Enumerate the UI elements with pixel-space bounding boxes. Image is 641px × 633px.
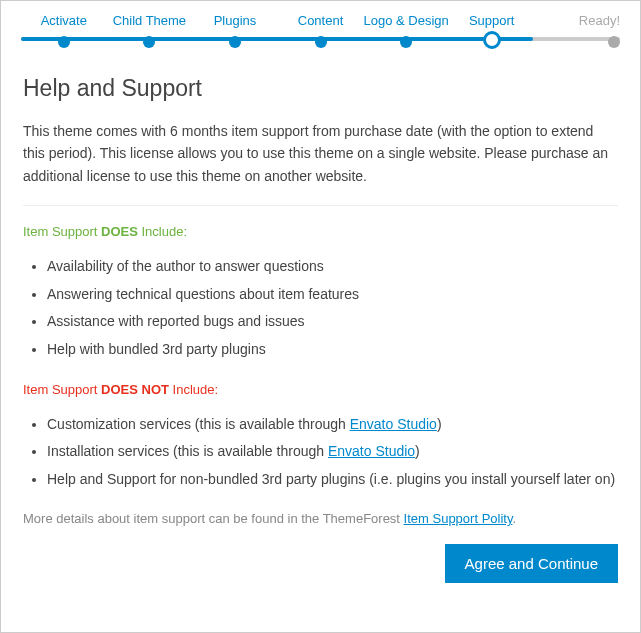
excludes-heading-post: Include: xyxy=(169,382,218,397)
excludes-heading: Item Support DOES NOT Include: xyxy=(23,382,618,397)
list-item: Help and Support for non-bundled 3rd par… xyxy=(47,470,618,490)
step-label: Support xyxy=(449,13,535,28)
footnote-text: . xyxy=(512,511,516,526)
list-item: Assistance with reported bugs and issues xyxy=(47,312,618,332)
step-child-theme[interactable]: Child Theme xyxy=(107,13,193,52)
step-plugins[interactable]: Plugins xyxy=(192,13,278,52)
step-label: Child Theme xyxy=(107,13,193,28)
step-dot-icon xyxy=(400,36,412,48)
divider xyxy=(23,205,618,206)
list-text: Help and Support for non-bundled 3rd par… xyxy=(47,471,615,487)
step-support[interactable]: Support xyxy=(449,13,535,56)
step-dot-icon xyxy=(608,36,620,48)
list-text: Customization services (this is availabl… xyxy=(47,416,350,432)
step-label: Plugins xyxy=(192,13,278,28)
includes-heading-strong: DOES xyxy=(101,224,138,239)
step-label: Content xyxy=(278,13,364,28)
includes-heading-post: Include: xyxy=(138,224,187,239)
step-ready: Ready! xyxy=(534,13,620,52)
list-text: ) xyxy=(415,443,420,459)
step-dot-icon xyxy=(58,36,70,48)
step-label: Ready! xyxy=(534,13,620,28)
envato-studio-link[interactable]: Envato Studio xyxy=(328,443,415,459)
step-content[interactable]: Content xyxy=(278,13,364,52)
step-dot-current-icon xyxy=(483,31,501,49)
step-dot-icon xyxy=(229,36,241,48)
list-text: ) xyxy=(437,416,442,432)
includes-list: Availability of the author to answer que… xyxy=(23,257,618,359)
step-activate[interactable]: Activate xyxy=(21,13,107,52)
content: Help and Support This theme comes with 6… xyxy=(1,51,640,601)
intro-text: This theme comes with 6 months item supp… xyxy=(23,120,618,187)
page-title: Help and Support xyxy=(23,75,618,102)
step-dot-icon xyxy=(143,36,155,48)
includes-heading: Item Support DOES Include: xyxy=(23,224,618,239)
list-text: Installation services (this is available… xyxy=(47,443,328,459)
list-item: Answering technical questions about item… xyxy=(47,285,618,305)
step-label: Activate xyxy=(21,13,107,28)
agree-continue-button[interactable]: Agree and Continue xyxy=(445,544,618,583)
excludes-heading-pre: Item Support xyxy=(23,382,101,397)
step-label: Logo & Design xyxy=(363,13,449,28)
step-logo-design[interactable]: Logo & Design xyxy=(363,13,449,52)
list-item: Help with bundled 3rd party plugins xyxy=(47,340,618,360)
excludes-heading-strong: DOES NOT xyxy=(101,382,169,397)
envato-studio-link[interactable]: Envato Studio xyxy=(350,416,437,432)
includes-heading-pre: Item Support xyxy=(23,224,101,239)
excludes-list: Customization services (this is availabl… xyxy=(23,415,618,490)
actions: Agree and Continue xyxy=(23,544,618,583)
wizard-container: Activate Child Theme Plugins Content Log… xyxy=(0,0,641,633)
step-dot-icon xyxy=(315,36,327,48)
list-item: Availability of the author to answer que… xyxy=(47,257,618,277)
stepper: Activate Child Theme Plugins Content Log… xyxy=(1,1,640,51)
list-item: Customization services (this is availabl… xyxy=(47,415,618,435)
footnote: More details about item support can be f… xyxy=(23,511,618,526)
footnote-text: More details about item support can be f… xyxy=(23,511,404,526)
item-support-policy-link[interactable]: Item Support Polity xyxy=(404,511,513,526)
list-item: Installation services (this is available… xyxy=(47,442,618,462)
